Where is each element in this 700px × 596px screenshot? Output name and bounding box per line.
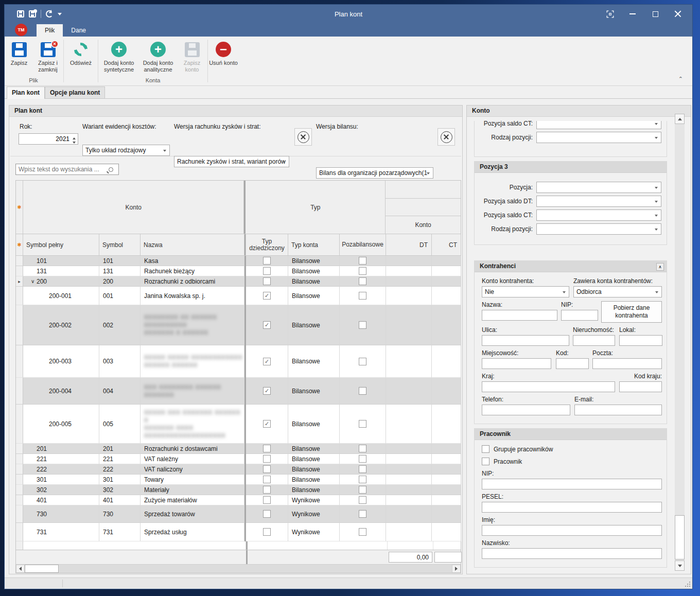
spinner-arrows-icon[interactable] xyxy=(73,136,76,145)
nazwisko-input[interactable] xyxy=(482,548,662,559)
typ-dziedziczony-checkbox[interactable] xyxy=(263,277,271,285)
nip-input[interactable] xyxy=(561,310,598,321)
grid-row-201[interactable]: 201201Rozrachunki z dostawcamiBilansowe xyxy=(16,444,461,454)
resize-grip-icon[interactable] xyxy=(685,581,691,587)
grupuje-pracownikow-checkbox[interactable] xyxy=(482,445,489,453)
collapse-chevron-icon[interactable]: ∧ xyxy=(656,263,664,271)
pracownik-checkbox[interactable] xyxy=(482,458,489,465)
band-typ[interactable]: Typ xyxy=(246,181,386,234)
zapisz-i-zamknij-button[interactable]: ✕ Zapisz i zamknij xyxy=(33,39,62,73)
pozabilansowe-checkbox[interactable] xyxy=(359,277,366,285)
app-logo[interactable]: TM xyxy=(15,24,27,36)
col-symbol-pelny[interactable]: Symbol pełny xyxy=(23,234,99,256)
pozycja-saldo-dt-combo[interactable] xyxy=(536,196,661,207)
grid-row-200-004[interactable]: 200-004004XXX XXXXXXXX XXXXXX XXXXXXX✓Bi… xyxy=(16,378,461,405)
imie-input[interactable] xyxy=(482,525,662,536)
typ-dziedziczony-checkbox[interactable] xyxy=(263,496,271,504)
typ-dziedziczony-checkbox[interactable]: ✓ xyxy=(263,387,271,395)
grid-row-731[interactable]: 731731Sprzedaż usługWynikowe xyxy=(16,523,461,541)
horizontal-scrollbar[interactable] xyxy=(16,564,461,573)
pozabilansowe-checkbox[interactable] xyxy=(359,476,366,483)
save-icon[interactable] xyxy=(17,10,24,17)
rodzaj-pozycji-combo[interactable] xyxy=(536,132,661,143)
rok-input[interactable] xyxy=(20,134,69,144)
grid-row-221[interactable]: 221221VAT należnyBilansowe xyxy=(16,454,461,464)
poczta-input[interactable] xyxy=(592,358,662,369)
grid-row-200-001[interactable]: 200-001001Janina Kowalska sp. j.✓Bilanso… xyxy=(16,287,461,305)
refresh-icon[interactable] xyxy=(46,10,53,17)
pozabilansowe-checkbox[interactable] xyxy=(359,445,366,452)
scroll-left-button[interactable] xyxy=(16,565,25,573)
pozabilansowe-checkbox[interactable] xyxy=(359,292,366,300)
pozabilansowe-checkbox[interactable] xyxy=(359,358,366,365)
pozabilansowe-checkbox[interactable] xyxy=(359,496,366,504)
col-typ-dziedziczony[interactable]: Typ dziedziczony xyxy=(246,234,288,256)
vertical-scrollbar[interactable] xyxy=(675,114,685,571)
scrollbar-thumb[interactable] xyxy=(675,515,685,559)
grid-row-200-002[interactable]: 200-002002XXXXXXXX XX XXXXXX XXXXXXXXXXX… xyxy=(16,305,461,345)
typ-dziedziczony-checkbox[interactable]: ✓ xyxy=(263,420,271,428)
telefon-input[interactable] xyxy=(482,405,570,415)
wariant-combo[interactable]: Tylko układ rodzajowy xyxy=(82,145,170,156)
pracownik-nip-input[interactable] xyxy=(482,479,662,489)
pozabilansowe-checkbox[interactable] xyxy=(359,510,366,518)
ribbon-collapse-chevron-icon[interactable]: ⌃ xyxy=(678,76,683,82)
dodaj-konto-analityczne-button[interactable]: + Dodaj konto analityczne xyxy=(138,39,178,73)
kod-input[interactable] xyxy=(556,358,589,369)
band-konto-right[interactable]: Konto xyxy=(386,216,461,234)
maximize-button[interactable] xyxy=(644,5,667,23)
grid-row-101[interactable]: 101101KasaBilansowe xyxy=(16,256,461,266)
zapisz-button[interactable]: Zapisz xyxy=(5,39,33,66)
nazwa-input[interactable] xyxy=(482,310,557,321)
pozabilansowe-checkbox[interactable] xyxy=(359,387,366,395)
col-symbol[interactable]: Symbol xyxy=(99,234,141,256)
typ-dziedziczony-checkbox[interactable]: ✓ xyxy=(263,321,271,329)
grid-row-200[interactable]: ▸∨200200Rozrachunki z odbiorcamiBilansow… xyxy=(16,276,461,287)
pozycja-saldo-ct-combo[interactable] xyxy=(536,121,661,129)
grid-row-302[interactable]: 302302MateriałyBilansowe xyxy=(16,485,461,495)
clear-rzis-button[interactable] xyxy=(294,128,312,146)
pozycja-combo[interactable] xyxy=(536,182,661,193)
scroll-right-button[interactable] xyxy=(452,565,461,573)
typ-dziedziczony-checkbox[interactable]: ✓ xyxy=(263,292,271,300)
clear-bilans-button[interactable] xyxy=(437,128,455,146)
minimize-button[interactable] xyxy=(621,5,644,23)
grid-row-301[interactable]: 301301TowaryBilansowe xyxy=(16,475,461,485)
tab-plan-kont[interactable]: Plan kont xyxy=(7,86,45,99)
typ-dziedziczony-checkbox[interactable] xyxy=(263,267,271,275)
col-pozabilansowe[interactable]: Pozabilansowe xyxy=(340,234,386,256)
col-dt[interactable]: DT xyxy=(386,234,432,256)
pozabilansowe-checkbox[interactable] xyxy=(359,455,366,463)
band-konto[interactable]: Konto xyxy=(23,181,244,234)
wersja-rzis-combo[interactable]: Rachunek zysków i strat, wariant porów xyxy=(174,156,289,167)
close-button[interactable] xyxy=(667,5,689,23)
caret-down-icon[interactable] xyxy=(58,13,62,17)
pozabilansowe-checkbox[interactable] xyxy=(359,267,366,275)
save-close-icon[interactable] xyxy=(29,10,36,17)
kraj-input[interactable] xyxy=(482,381,615,392)
search-input[interactable] xyxy=(16,166,109,173)
rodzaj-pozycji-combo[interactable] xyxy=(536,223,661,235)
col-typ-konta[interactable]: Typ konta xyxy=(288,234,340,256)
grid-row-200-003[interactable]: 200-003003XXXXX XXXXX XXXXXXXXXXXXXXXXXX… xyxy=(16,345,461,378)
ribbon-tab-dane[interactable]: Dane xyxy=(63,24,94,37)
typ-dziedziczony-checkbox[interactable]: ✓ xyxy=(263,358,271,365)
typ-dziedziczony-checkbox[interactable] xyxy=(263,257,271,265)
miejscowosc-input[interactable] xyxy=(482,358,551,369)
typ-dziedziczony-checkbox[interactable] xyxy=(263,486,271,494)
collapse-chevron-icon[interactable]: ∨ xyxy=(31,278,34,284)
typ-dziedziczony-checkbox[interactable] xyxy=(263,476,271,483)
focus-mode-button[interactable] xyxy=(599,5,621,23)
grid-row-131[interactable]: 131131Rachunek bieżącyBilansowe xyxy=(16,266,461,276)
dodaj-konto-syntetyczne-button[interactable]: + Dodaj konto syntetyczne xyxy=(99,39,138,73)
zawiera-konta-combo[interactable]: Odbiorca xyxy=(573,286,662,297)
typ-dziedziczony-checkbox[interactable] xyxy=(263,528,271,536)
nieruchomosc-input[interactable] xyxy=(573,335,615,346)
grid-row-222[interactable]: 222222VAT naliczonyBilansowe xyxy=(16,464,461,475)
pozycja-saldo-ct-combo[interactable] xyxy=(536,209,661,221)
odswiez-button[interactable]: Odśwież xyxy=(65,39,97,66)
pozabilansowe-checkbox[interactable] xyxy=(359,257,366,265)
kod-kraju-input[interactable] xyxy=(619,381,662,392)
scroll-down-button[interactable] xyxy=(675,560,685,571)
typ-dziedziczony-checkbox[interactable] xyxy=(263,465,271,473)
